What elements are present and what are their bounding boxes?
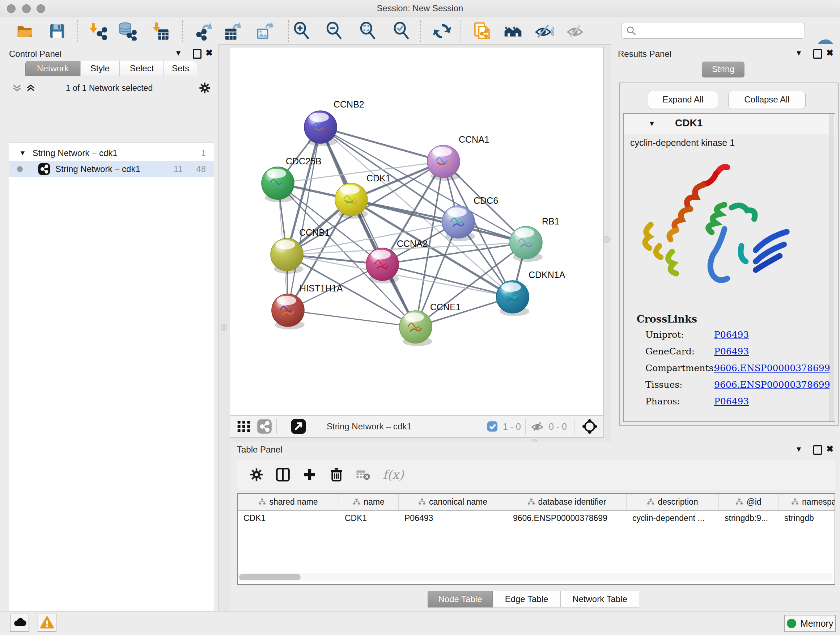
network-edge[interactable] — [321, 127, 444, 162]
hidden-count: 0 - 0 — [549, 421, 567, 432]
zoom-selected-button[interactable] — [392, 22, 412, 41]
crosslink-link[interactable]: P06493 — [714, 396, 749, 407]
node-table[interactable]: shared namenamecanonical namedatabase id… — [237, 493, 835, 585]
zoom-in-button[interactable] — [292, 22, 312, 41]
gear-icon[interactable] — [199, 82, 210, 94]
table-panel-float-icon[interactable] — [813, 445, 822, 455]
table-settings-button[interactable] — [249, 468, 264, 481]
export-table-button[interactable] — [223, 22, 243, 41]
network-overview-button[interactable] — [503, 22, 523, 41]
zoom-fit-button[interactable] — [358, 22, 378, 41]
column-header[interactable]: namespace — [778, 494, 835, 510]
crosslink-link[interactable]: P06493 — [714, 329, 749, 340]
network-status-dot — [17, 166, 23, 172]
node-result-header[interactable]: ▼ CDK1 — [624, 114, 835, 134]
crosslink-link[interactable]: P06493 — [714, 346, 749, 356]
tree-row-collection[interactable]: ▼ String Network – cdk1 1 — [9, 145, 214, 161]
column-header[interactable]: name — [339, 494, 399, 510]
tab-network-table[interactable]: Network Table — [561, 591, 639, 608]
clone-pages-icon — [473, 22, 492, 41]
collapse-all-button[interactable]: Collapse All — [728, 91, 806, 109]
control-panel-close-icon[interactable]: ✖ — [205, 48, 213, 58]
tab-style[interactable]: Style — [80, 61, 120, 76]
hide-selected-button[interactable] — [534, 22, 554, 41]
apply-layout-button[interactable] — [432, 22, 452, 41]
table-header-row: shared namenamecanonical namedatabase id… — [238, 494, 835, 510]
control-panel-menu-icon[interactable]: ▾ — [176, 48, 180, 58]
network-selection-bar: 1 of 1 Network selected — [0, 80, 218, 96]
results-panel-menu-icon[interactable]: ▾ — [797, 48, 801, 58]
network-edge[interactable] — [288, 310, 416, 327]
export-image-button[interactable] — [255, 22, 275, 41]
network-edge[interactable] — [351, 200, 526, 242]
open-in-new-icon[interactable] — [291, 418, 306, 434]
cloud-status-button[interactable] — [10, 614, 29, 632]
export-network-button[interactable] — [194, 22, 214, 41]
table-hscroll-thumb[interactable] — [239, 574, 301, 580]
show-all-button[interactable] — [566, 22, 586, 41]
search-input[interactable] — [639, 24, 805, 37]
results-panel-close-icon[interactable]: ✖ — [826, 48, 834, 58]
show-columns-button[interactable] — [276, 467, 290, 482]
expand-all-button[interactable]: Expand All — [648, 91, 718, 109]
birds-eye-icon[interactable] — [581, 418, 598, 435]
node-label: CCNE1 — [430, 302, 461, 312]
delete-table-button[interactable] — [356, 467, 370, 482]
string-view-icon[interactable] — [257, 419, 272, 434]
node-highlight — [515, 228, 534, 238]
network-canvas[interactable]: CCNB2CCNA1CDC25BCDK1CDC6RB1CCNB1CCNA2CDK… — [230, 47, 604, 416]
table-hscrollbar[interactable] — [238, 573, 833, 581]
table-cell[interactable]: CDK1 — [238, 510, 339, 526]
column-header[interactable]: canonical name — [399, 494, 507, 510]
table-cell[interactable]: stringdb — [778, 510, 835, 526]
tree-row-network[interactable]: String Network – cdk1 11 48 — [9, 161, 214, 177]
crosslink-link[interactable]: 9606.ENSP00000378699 — [714, 379, 830, 390]
zoom-out-button[interactable] — [324, 22, 344, 41]
clone-network-button[interactable] — [472, 22, 493, 41]
import-table-button[interactable] — [150, 22, 170, 41]
grid-view-icon[interactable] — [237, 419, 251, 434]
splitter-handle-left[interactable] — [221, 325, 227, 331]
warning-status-button[interactable] — [38, 614, 57, 632]
add-column-button[interactable] — [302, 467, 317, 482]
column-header-label: description — [658, 497, 698, 507]
table-cell[interactable]: 9606.ENSP00000378699 — [507, 510, 627, 526]
table-cell[interactable]: CDK1 — [339, 510, 399, 526]
table-cell[interactable]: stringdb:9... — [719, 510, 778, 526]
tab-sets[interactable]: Sets — [164, 61, 197, 76]
tab-node-table[interactable]: Node Table — [428, 591, 493, 608]
table-row[interactable]: CDK1CDK1P064939606.ENSP00000378699cyclin… — [238, 510, 835, 526]
table-cell[interactable]: P06493 — [399, 510, 507, 526]
control-panel-float-icon[interactable] — [193, 49, 202, 59]
column-header[interactable]: @id — [719, 494, 778, 510]
tab-select[interactable]: Select — [120, 61, 164, 76]
network-graph[interactable]: CCNB2CCNA1CDC25BCDK1CDC6RB1CCNB1CCNA2CDK… — [230, 48, 603, 415]
results-panel-float-icon[interactable] — [813, 49, 822, 59]
import-network-file-button[interactable] — [88, 22, 108, 41]
function-builder-button[interactable]: f(x) — [383, 467, 404, 482]
network-tree: ▼ String Network – cdk1 1 String Network… — [9, 143, 214, 635]
hidden-eye-icon[interactable] — [530, 419, 545, 434]
tab-network[interactable]: Network — [25, 61, 80, 76]
column-header[interactable]: shared name — [238, 494, 339, 510]
delete-column-button[interactable] — [329, 467, 344, 482]
open-session-button[interactable] — [14, 22, 35, 41]
tree-expand-arrow[interactable]: ▼ — [19, 149, 26, 157]
column-header[interactable]: database identifier — [507, 494, 627, 510]
save-session-button[interactable] — [47, 22, 67, 41]
import-network-database-button[interactable] — [117, 22, 137, 41]
table-panel-close-icon[interactable]: ✖ — [826, 444, 834, 454]
collapse-arrow-icon[interactable]: ▼ — [648, 119, 655, 128]
columns-icon — [276, 467, 290, 482]
table-cell[interactable]: cyclin-dependent ... — [627, 510, 719, 526]
memory-button[interactable]: Memory — [784, 615, 836, 632]
column-header[interactable]: description — [627, 494, 719, 510]
crosslink-link[interactable]: 9606.ENSP00000378699 — [714, 363, 830, 373]
tab-edge-table[interactable]: Edge Table — [493, 591, 561, 608]
selected-checkbox-icon[interactable] — [486, 420, 499, 432]
splitter-handle-right[interactable] — [603, 236, 610, 242]
control-panel: Control Panel ▾ ✖ Network Style Select S… — [0, 44, 219, 611]
table-panel-menu-icon[interactable]: ▾ — [797, 444, 801, 454]
results-scrollbar[interactable] — [829, 114, 834, 421]
tab-string[interactable]: String — [702, 62, 745, 78]
